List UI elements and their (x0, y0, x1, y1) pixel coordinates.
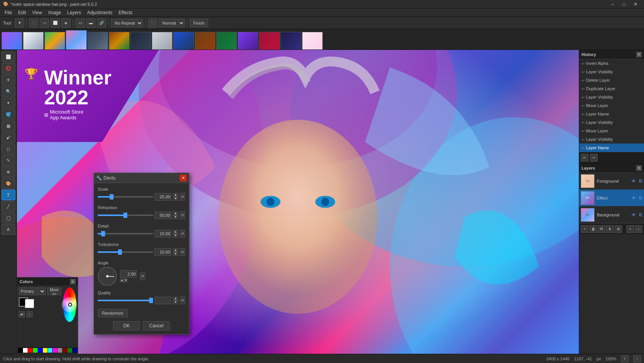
swatch-gray[interactable] (58, 348, 62, 353)
image-tab-11[interactable] (216, 32, 237, 50)
scale-slider[interactable] (98, 196, 153, 198)
add-layer-btn[interactable]: + (581, 225, 588, 233)
swatch-darkred[interactable] (62, 348, 67, 353)
history-item-7[interactable]: ↩ Layer Visibility (579, 118, 644, 127)
swatch-darkblue[interactable] (72, 348, 77, 353)
image-tab-3[interactable] (44, 32, 65, 50)
tool-fill[interactable]: A (2, 224, 15, 235)
history-item-6[interactable]: ↩ Layer Name (579, 110, 644, 118)
toolbar-btn-1[interactable]: ⬛ (29, 18, 38, 28)
turbulence-reset[interactable]: ↺ (180, 248, 185, 256)
refraction-slider[interactable] (98, 214, 153, 216)
refraction-input[interactable] (154, 211, 171, 219)
toolbar-btn-6[interactable]: ▬ (86, 18, 95, 28)
scale-thumb[interactable] (110, 194, 113, 200)
ok-button[interactable]: OK (113, 321, 140, 330)
image-tab-7[interactable] (130, 32, 151, 50)
history-item-3[interactable]: ↩ Duplicate Layer (579, 84, 644, 93)
tool-shapes[interactable]: ◯ (2, 213, 15, 223)
history-item-1[interactable]: ↩ Layer Visibility (579, 68, 644, 76)
image-tab-6[interactable] (109, 32, 130, 50)
image-tab-9[interactable] (173, 32, 194, 50)
image-tab-2[interactable] (23, 32, 44, 50)
tool-lasso[interactable]: ⭕ (2, 63, 15, 74)
menu-file[interactable]: File (2, 9, 15, 16)
layer-visibility-foreground[interactable]: 👁 (631, 178, 636, 184)
quality-up[interactable]: ▲ (173, 297, 178, 300)
tool-move[interactable]: ✛ (2, 74, 15, 85)
detail-slider[interactable] (98, 233, 153, 234)
canvas-area[interactable]: 🏆 Winner 2022 ⊞ Microsoft StoreApp Award… (17, 50, 579, 354)
history-item-8[interactable]: ↩ Move Layer (579, 127, 644, 135)
background-swatch[interactable] (25, 299, 34, 308)
zoom-in-status-btn[interactable]: + (621, 355, 629, 362)
swap-colors-btn[interactable]: ⇄ (19, 311, 25, 317)
history-item-10[interactable]: ↩ Layer Name (579, 144, 644, 152)
toolbar-btn-7[interactable]: 🔗 (97, 18, 106, 28)
history-close-btn[interactable]: ✕ (636, 52, 642, 57)
swatch-green[interactable] (33, 348, 38, 353)
blend-btn[interactable]: ⬛ (148, 18, 157, 28)
tool-gradient[interactable]: ▦ (2, 120, 15, 131)
tool-magic-wand[interactable]: ✦ (2, 97, 15, 108)
toolbar-btn-2[interactable]: ▭ (40, 18, 49, 28)
image-tab-13[interactable] (259, 32, 280, 50)
randomize-button[interactable]: Randomize (98, 309, 128, 317)
tool-text[interactable]: T (2, 190, 15, 200)
image-tab-14[interactable] (281, 32, 301, 50)
delete-layer-btn[interactable]: 🗑 (589, 225, 597, 233)
quality-input[interactable] (154, 297, 171, 304)
turbulence-input[interactable] (154, 248, 171, 256)
history-item-4[interactable]: ↩ Layer Visibility (579, 93, 644, 101)
swatch-blue[interactable] (38, 348, 43, 353)
history-item-2[interactable]: ↩ Delete Layer (579, 76, 644, 84)
detail-reset[interactable]: ↺ (180, 230, 185, 238)
history-item-5[interactable]: ↩ Move Layer (579, 101, 644, 110)
scale-reset[interactable]: ↺ (180, 193, 185, 201)
history-item-0[interactable]: ↩ Invert Alpha (579, 59, 644, 68)
color-more-btn[interactable]: More >> (47, 287, 61, 295)
turbulence-thumb[interactable] (118, 249, 122, 255)
refraction-down[interactable]: ▼ (173, 215, 178, 219)
scale-input[interactable] (154, 193, 171, 201)
quality-slider[interactable] (98, 300, 153, 301)
tool-eraser[interactable]: ◻ (2, 144, 15, 154)
zoom-in-btn[interactable]: + (626, 225, 634, 233)
refraction-reset[interactable]: ↺ (180, 211, 185, 219)
detail-down[interactable]: ▼ (173, 234, 178, 238)
swatch-black[interactable] (18, 348, 23, 353)
toolbar-btn-5[interactable]: ▭ (76, 18, 85, 28)
swatch-magenta[interactable] (53, 348, 57, 353)
detail-input[interactable] (154, 230, 171, 238)
image-tab-4[interactable] (66, 30, 87, 50)
image-tab-10[interactable] (195, 32, 215, 50)
layers-close-btn[interactable]: ✕ (636, 165, 642, 171)
history-item-9[interactable]: ↩ Layer Visibility (579, 135, 644, 144)
angle-input[interactable] (120, 270, 137, 278)
image-tab-15[interactable] (302, 32, 323, 50)
layer-visibility-background[interactable]: 👁 (631, 212, 636, 218)
tool-pencil[interactable]: ✎ (2, 155, 15, 166)
swatch-red[interactable] (28, 348, 33, 353)
turbulence-slider[interactable] (98, 251, 153, 253)
layer-effect[interactable]: EF Effect 👁 ⛓ (579, 190, 644, 206)
minimize-button[interactable]: – (607, 0, 618, 8)
layer-foreground[interactable]: FG Foreground 👁 ⛓ (579, 173, 644, 190)
detail-up[interactable]: ▲ (173, 230, 178, 234)
merge-layer-btn[interactable]: ⬇ (606, 225, 614, 233)
image-tab-8[interactable] (152, 32, 172, 50)
angle-wheel[interactable] (98, 267, 117, 286)
layer-properties-btn[interactable]: ⚙ (614, 225, 622, 233)
angle-reset[interactable]: ↺ (140, 272, 145, 280)
tool-zoom[interactable]: 🔍 (2, 86, 15, 97)
repeat-mode-select[interactable]: No Repeat Wrap Clamp (111, 19, 143, 27)
scale-down[interactable]: ▼ (173, 197, 178, 201)
image-tab-12[interactable] (238, 32, 258, 50)
menu-adjustments[interactable]: Adjustments (84, 9, 115, 16)
menu-view[interactable]: View (29, 9, 45, 16)
swatch-white[interactable] (23, 348, 28, 353)
scale-up[interactable]: ▲ (173, 193, 178, 197)
cancel-button[interactable]: Cancel (143, 321, 170, 330)
angle-down[interactable]: ▼ (124, 279, 128, 282)
tool-clone-stamp[interactable]: ⊕ (2, 167, 15, 177)
